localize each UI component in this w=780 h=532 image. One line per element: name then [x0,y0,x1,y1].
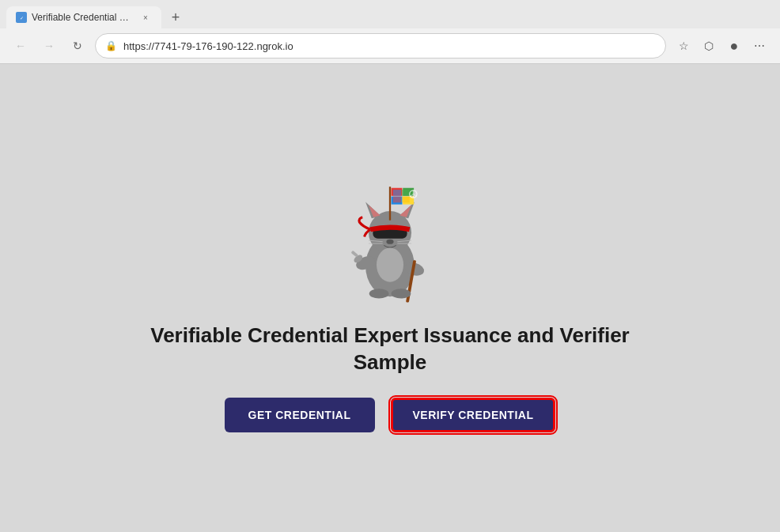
toolbar-actions: ☆ ⬡ ● ⋯ [672,35,771,57]
tab-bar: ✓ Verifiable Credential Expert Ch × + [0,0,780,28]
browser-chrome: ✓ Verifiable Credential Expert Ch × + ← … [0,0,780,64]
refresh-icon: ↻ [73,40,82,52]
tab-favicon: ✓ [16,12,27,23]
active-tab[interactable]: ✓ Verifiable Credential Expert Ch × [6,6,161,28]
star-icon: ☆ [679,40,689,52]
svg-rect-26 [393,196,401,202]
tab-close-button[interactable]: × [139,11,152,24]
more-icon: ⋯ [754,40,765,52]
profile-icon: ● [730,38,739,55]
toolbar: ← → ↻ 🔒 https://7741-79-176-190-122.ngro… [0,28,780,63]
profile-button[interactable]: ● [723,35,745,57]
lock-icon: 🔒 [105,40,117,51]
url-text: https://7741-79-176-190-122.ngrok.io [123,40,656,52]
buttons-row: GET CREDENTIAL VERIFY CREDENTIAL [225,398,556,432]
more-button[interactable]: ⋯ [748,35,771,57]
mascot-image [319,164,461,307]
svg-rect-27 [402,196,410,202]
collections-button[interactable]: ⬡ [698,35,720,57]
svg-point-33 [369,289,389,298]
tab-title: Verifiable Credential Expert Ch [32,12,134,23]
svg-rect-6 [351,250,359,257]
favorites-button[interactable]: ☆ [672,35,695,57]
bookmark-icon: ⬡ [704,40,714,52]
page-content: Verifiable Credential Expert Issuance an… [0,64,780,532]
svg-point-32 [377,247,403,281]
refresh-button[interactable]: ↻ [66,35,89,57]
forward-button[interactable]: → [38,35,60,57]
svg-text:✓: ✓ [20,16,24,21]
new-tab-button[interactable]: + [165,6,187,28]
verify-credential-button[interactable]: VERIFY CREDENTIAL [391,398,556,432]
svg-point-14 [386,239,393,243]
page-title: Verifiable Credential Expert Issuance an… [145,323,635,376]
forward-icon: → [44,40,55,52]
back-button[interactable]: ← [9,35,32,57]
svg-rect-24 [393,190,401,196]
svg-rect-25 [402,190,410,196]
address-bar[interactable]: 🔒 https://7741-79-176-190-122.ngrok.io [95,33,666,58]
back-icon: ← [15,40,26,52]
svg-point-34 [392,289,411,298]
get-credential-button[interactable]: GET CREDENTIAL [225,398,375,432]
